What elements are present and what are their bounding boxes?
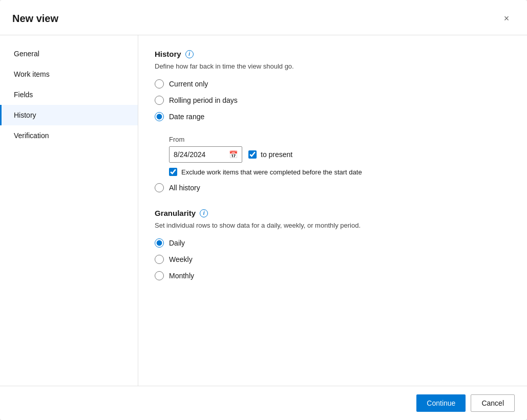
radio-monthly[interactable]	[155, 271, 164, 280]
date-range-content: From 📅 to present Exclude work	[169, 136, 511, 176]
continue-button[interactable]: Continue	[416, 394, 466, 412]
radio-all-history[interactable]	[155, 183, 164, 192]
dialog-footer: Continue Cancel	[0, 386, 527, 420]
main-content: History i Define how far back in time th…	[138, 35, 527, 386]
granularity-title: Granularity	[155, 209, 196, 217]
date-input-row: 📅 to present	[169, 146, 511, 163]
history-info-icon[interactable]: i	[185, 50, 194, 58]
option-current-only[interactable]: Current only	[155, 79, 511, 89]
sidebar-item-verification[interactable]: Verification	[0, 125, 138, 146]
granularity-section: Granularity i Set individual rows to sho…	[155, 209, 511, 280]
cancel-button[interactable]: Cancel	[471, 394, 515, 412]
option-date-range[interactable]: Date range	[155, 112, 511, 121]
granularity-info-icon[interactable]: i	[200, 209, 208, 217]
monthly-label: Monthly	[169, 272, 194, 280]
option-monthly[interactable]: Monthly	[155, 271, 511, 280]
history-section-header: History i	[155, 50, 511, 58]
sidebar-item-fields[interactable]: Fields	[0, 84, 138, 105]
calendar-icon[interactable]: 📅	[229, 150, 238, 159]
exclude-checkbox-row: Exclude work items that were completed b…	[169, 168, 511, 176]
history-description: Define how far back in time the view sho…	[155, 62, 511, 70]
granularity-radio-group: Daily Weekly Monthly	[155, 238, 511, 280]
history-title: History	[155, 50, 181, 58]
date-range-label: Date range	[169, 113, 204, 121]
option-all-history[interactable]: All history	[155, 183, 511, 192]
weekly-label: Weekly	[169, 255, 193, 263]
to-present-checkbox[interactable]	[248, 150, 257, 159]
daily-label: Daily	[169, 239, 185, 247]
radio-rolling-period[interactable]	[155, 96, 164, 105]
sidebar-item-work-items[interactable]: Work items	[0, 64, 138, 84]
sidebar: GeneralWork itemsFieldsHistoryVerificati…	[0, 35, 138, 386]
all-history-label: All history	[169, 184, 200, 192]
from-label: From	[169, 136, 511, 143]
to-present-row: to present	[248, 150, 292, 159]
close-button[interactable]: ×	[498, 10, 515, 27]
rolling-period-label: Rolling period in days	[169, 96, 238, 104]
radio-weekly[interactable]	[155, 255, 164, 264]
date-input-wrapper: 📅	[169, 146, 242, 163]
dialog-title: New view	[12, 13, 58, 25]
radio-date-range[interactable]	[155, 112, 164, 121]
option-rolling-period[interactable]: Rolling period in days	[155, 96, 511, 105]
sidebar-item-general[interactable]: General	[0, 43, 138, 64]
sidebar-item-history[interactable]: History	[0, 105, 138, 125]
dialog-header: New view ×	[0, 0, 527, 35]
history-radio-group: Current only Rolling period in days Date…	[155, 79, 511, 192]
to-present-label: to present	[261, 150, 292, 159]
exclude-label: Exclude work items that were completed b…	[181, 168, 362, 176]
option-daily[interactable]: Daily	[155, 238, 511, 248]
exclude-checkbox[interactable]	[169, 168, 177, 176]
dialog-body: GeneralWork itemsFieldsHistoryVerificati…	[0, 35, 527, 386]
radio-daily[interactable]	[155, 238, 164, 248]
option-weekly[interactable]: Weekly	[155, 255, 511, 264]
new-view-dialog: New view × GeneralWork itemsFieldsHistor…	[0, 0, 527, 420]
granularity-description: Set individual rows to show data for a d…	[155, 222, 511, 229]
radio-current-only[interactable]	[155, 79, 164, 89]
current-only-label: Current only	[169, 80, 208, 88]
granularity-section-header: Granularity i	[155, 209, 511, 217]
date-from-input[interactable]	[174, 150, 225, 159]
